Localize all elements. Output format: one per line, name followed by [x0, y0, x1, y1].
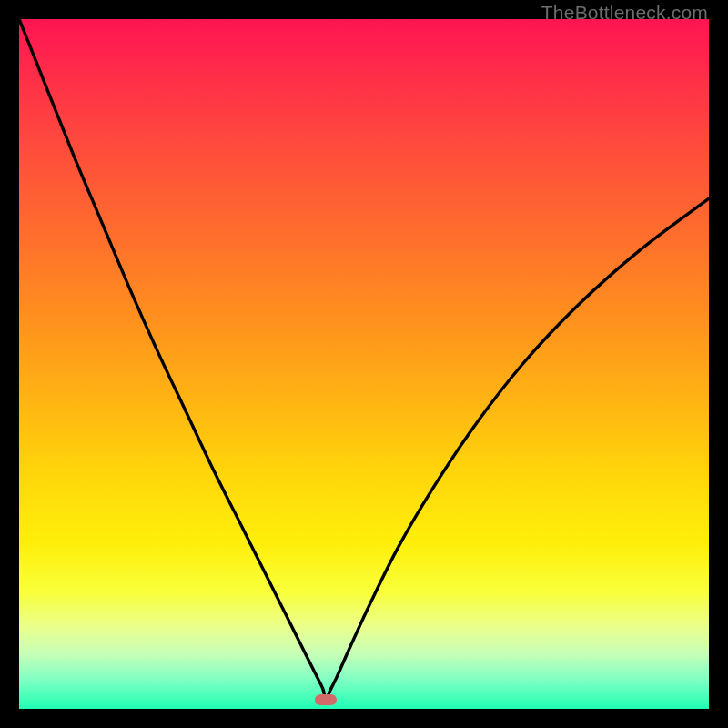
plot-area [19, 19, 709, 709]
curve-layer [19, 19, 709, 709]
min-point-marker [315, 694, 337, 705]
watermark-text: TheBottleneck.com [541, 2, 708, 24]
chart-frame: TheBottleneck.com [0, 0, 728, 728]
bottleneck-curve [19, 19, 709, 700]
